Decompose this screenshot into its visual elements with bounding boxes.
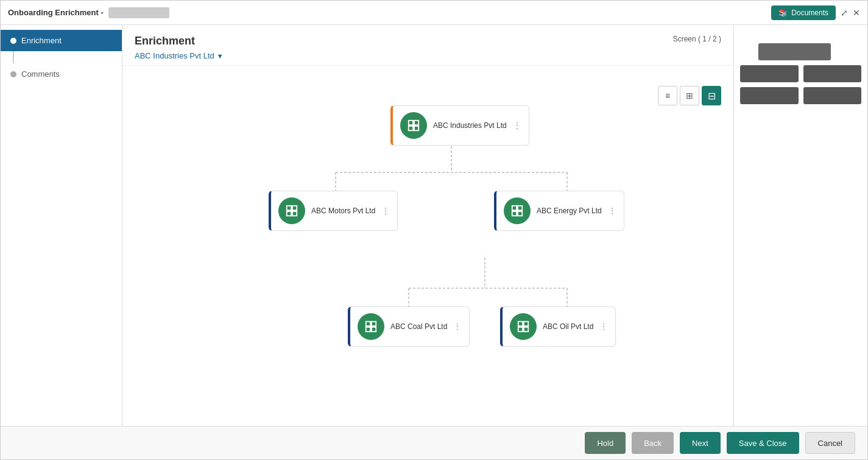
org-chart-area: ABC Industries Pvt Ltd ⋮ [122, 66, 733, 426]
title-bar: Onboarding Enrichment - 📚 Documents ⤢ ✕ [1, 1, 867, 25]
org-node-motors[interactable]: ABC Motors Pvt Ltd ⋮ [269, 191, 398, 231]
org-node-energy[interactable]: ABC Energy Pvt Ltd ⋮ [494, 191, 624, 231]
svg-rect-16 [512, 206, 517, 210]
title-subtitle [108, 7, 169, 18]
org-node-oil[interactable]: ABC Oil Pvt Ltd ⋮ [500, 306, 616, 347]
back-button[interactable]: Back [632, 432, 674, 454]
svg-rect-12 [287, 206, 291, 210]
app-title: Onboarding Enrichment - [8, 8, 104, 17]
documents-icon: 📚 [778, 9, 788, 17]
minimap-cell-3 [740, 87, 799, 104]
svg-rect-8 [409, 121, 413, 125]
coal-node-name: ABC Coal Pvt Ltd [390, 322, 447, 331]
svg-rect-14 [287, 211, 291, 216]
svg-rect-27 [524, 327, 528, 331]
svg-rect-13 [292, 206, 297, 210]
node-icon-coal [358, 313, 384, 340]
minimap-cell-2 [803, 65, 862, 82]
org-node-coal[interactable]: ABC Coal Pvt Ltd ⋮ [348, 306, 470, 347]
minimap-row-group-1 [740, 65, 861, 82]
window-controls: ⤢ ✕ [841, 8, 860, 18]
app-window: Onboarding Enrichment - 📚 Documents ⤢ ✕ … [0, 0, 868, 460]
documents-label: Documents [791, 9, 828, 17]
svg-rect-19 [518, 211, 522, 216]
motors-node-menu[interactable]: ⋮ [381, 206, 390, 216]
company-dropdown-arrow: ▼ [217, 52, 224, 60]
comments-dot [10, 71, 16, 77]
enrichment-dot [10, 38, 16, 44]
sidebar-item-enrichment[interactable]: Enrichment [1, 30, 122, 51]
oil-node-name: ABC Oil Pvt Ltd [543, 322, 593, 331]
title-bar-left: Onboarding Enrichment - [8, 7, 169, 18]
org-node-root[interactable]: ABC Industries Pvt Ltd ⋮ [390, 105, 529, 146]
hold-button[interactable]: Hold [585, 432, 626, 454]
energy-node-menu[interactable]: ⋮ [608, 206, 616, 216]
main-layout: Enrichment Comments Enrichment ABC Indus… [1, 25, 867, 426]
coal-node-menu[interactable]: ⋮ [453, 322, 462, 331]
maximize-button[interactable]: ⤢ [841, 8, 848, 18]
node-icon-root [400, 112, 427, 139]
cancel-button[interactable]: Cancel [805, 432, 855, 454]
next-button[interactable]: Next [680, 432, 721, 454]
sidebar-connector [13, 51, 14, 63]
save-close-button[interactable]: Save & Close [727, 432, 799, 454]
svg-rect-25 [524, 322, 528, 326]
minimap-row-1 [758, 43, 831, 60]
energy-node-name: ABC Energy Pvt Ltd [537, 207, 602, 215]
root-node-name: ABC Industries Pvt Ltd [433, 121, 507, 130]
node-icon-oil [510, 313, 537, 340]
svg-rect-23 [372, 327, 376, 331]
node-icon-motors [278, 197, 305, 224]
svg-rect-18 [512, 211, 517, 216]
footer: Hold Back Next Save & Close Cancel [1, 426, 867, 459]
content-header: Enrichment ABC Industries Pvt Ltd ▼ Scre… [122, 25, 733, 66]
svg-rect-11 [414, 126, 418, 130]
company-name: ABC Industries Pvt Ltd [135, 51, 214, 60]
svg-rect-9 [414, 121, 418, 125]
svg-rect-10 [409, 126, 413, 130]
content-area: Enrichment ABC Industries Pvt Ltd ▼ Scre… [122, 25, 733, 426]
svg-rect-24 [518, 322, 523, 326]
node-icon-energy [504, 197, 531, 224]
company-selector[interactable]: ABC Industries Pvt Ltd ▼ [135, 51, 721, 60]
documents-button[interactable]: 📚 Documents [771, 5, 836, 20]
org-chart: ABC Industries Pvt Ltd ⋮ [135, 78, 721, 414]
sidebar: Enrichment Comments [1, 25, 122, 426]
title-bar-right: 📚 Documents ⤢ ✕ [771, 5, 860, 20]
motors-node-name: ABC Motors Pvt Ltd [311, 207, 375, 215]
page-title: Enrichment [135, 35, 721, 48]
root-node-menu[interactable]: ⋮ [513, 121, 521, 130]
svg-rect-22 [366, 327, 370, 331]
minimap-cell-4 [803, 87, 862, 104]
minimap-row-group-2 [740, 87, 861, 104]
oil-node-menu[interactable]: ⋮ [599, 322, 608, 331]
svg-rect-15 [292, 211, 297, 216]
sidebar-comments-label: Comments [21, 69, 60, 79]
screen-indicator: Screen ( 1 / 2 ) [673, 35, 721, 43]
svg-rect-17 [518, 206, 522, 210]
right-panel [733, 25, 867, 426]
minimap-cell-1 [740, 65, 799, 82]
sidebar-item-comments[interactable]: Comments [1, 63, 122, 85]
svg-rect-21 [372, 322, 376, 326]
sidebar-enrichment-label: Enrichment [21, 36, 62, 45]
svg-rect-20 [366, 322, 370, 326]
svg-rect-26 [518, 327, 523, 331]
close-button[interactable]: ✕ [853, 8, 860, 18]
